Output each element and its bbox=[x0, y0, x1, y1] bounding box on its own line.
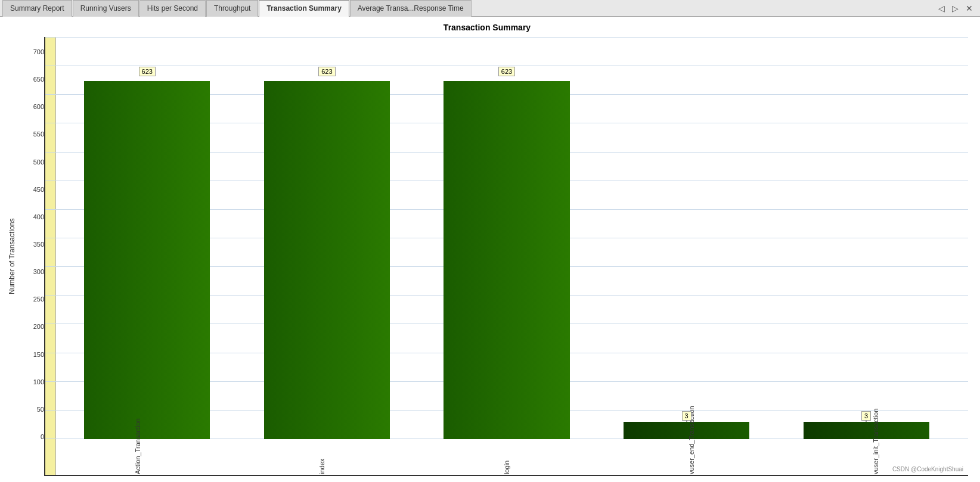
y-tick-550: 550 bbox=[20, 131, 44, 138]
x-label-login: login bbox=[503, 441, 510, 474]
y-tick-350: 350 bbox=[20, 241, 44, 248]
bar-group-login: 623 bbox=[417, 37, 597, 439]
x-label-index: index bbox=[318, 441, 325, 474]
tab-transaction-summary[interactable]: Transaction Summary bbox=[259, 0, 349, 17]
x-label-slot-login: login bbox=[414, 439, 599, 475]
chart-area: Transaction Summary Number of Transactio… bbox=[0, 17, 980, 482]
y-tick-250: 250 bbox=[20, 296, 44, 303]
y-tick-400: 400 bbox=[20, 214, 44, 220]
y-tick-50: 50 bbox=[20, 406, 44, 413]
plot-area: 623 623 bbox=[44, 37, 968, 476]
bar-section: 623 623 bbox=[45, 37, 968, 439]
y-tick-500: 500 bbox=[20, 159, 44, 166]
tab-average-transaction-response-time[interactable]: Average Transa...Response Time bbox=[350, 0, 472, 17]
bar-3d-vuser-end-transaction bbox=[624, 422, 749, 439]
x-axis-labels: Action_Transaction index login vuser_end… bbox=[45, 439, 968, 475]
tab-close-button[interactable]: ✕ bbox=[963, 2, 975, 14]
bar-3d-action-transaction bbox=[84, 81, 210, 439]
bar-label-action-transaction: 623 bbox=[139, 67, 156, 76]
tab-prev-button[interactable]: ◁ bbox=[936, 2, 947, 14]
tab-running-vusers[interactable]: Running Vusers bbox=[73, 0, 139, 17]
tab-bar: Summary Report Running Vusers Hits per S… bbox=[0, 0, 980, 17]
bar-front-index bbox=[264, 81, 390, 439]
y-tick-700: 700 bbox=[20, 49, 44, 55]
y-tick-100: 100 bbox=[20, 379, 44, 385]
tab-summary-report[interactable]: Summary Report bbox=[2, 0, 72, 17]
y-tick-0: 0 bbox=[20, 434, 44, 440]
bar-3d-index bbox=[264, 81, 390, 439]
bar-front-vuser-end-transaction bbox=[624, 422, 749, 439]
chart-title: Transaction Summary bbox=[444, 23, 531, 32]
tab-nav-controls: ◁ ▷ ✕ bbox=[936, 2, 978, 14]
watermark: CSDN @CodeKnightShuai bbox=[892, 466, 963, 472]
bar-group-vuser-end-transaction: 3 bbox=[597, 37, 777, 439]
y-axis-label: Number of Transactions bbox=[6, 37, 18, 476]
bar-group-index: 623 bbox=[237, 37, 417, 439]
y-axis: 0 50 100 150 200 250 300 350 400 450 500… bbox=[20, 37, 44, 476]
y-tick-200: 200 bbox=[20, 324, 44, 330]
bar-label-vuser-init-transaction: 3 bbox=[861, 411, 871, 421]
bar-group-vuser-init-transaction: 3 bbox=[776, 37, 956, 439]
tab-next-button[interactable]: ▷ bbox=[950, 2, 961, 14]
bar-3d-vuser-init-transaction bbox=[804, 422, 929, 439]
y-tick-650: 650 bbox=[20, 76, 44, 83]
x-label-action-transaction: Action_Transaction bbox=[134, 441, 141, 474]
x-label-slot-vuser-end: vuser_end_Transaction bbox=[599, 439, 784, 475]
x-label-vuser-init-transaction: vuser_init_Transaction bbox=[872, 441, 879, 474]
x-label-slot-index: index bbox=[230, 439, 415, 475]
tab-throughput[interactable]: Throughput bbox=[206, 0, 258, 17]
bar-group-action-transaction: 623 bbox=[57, 37, 237, 439]
tab-hits-per-second[interactable]: Hits per Second bbox=[139, 0, 206, 17]
bar-front-action-transaction bbox=[84, 81, 210, 439]
bar-label-vuser-end-transaction: 3 bbox=[682, 411, 691, 421]
bar-label-login: 623 bbox=[498, 67, 515, 76]
y-tick-450: 450 bbox=[20, 186, 44, 193]
bar-label-index: 623 bbox=[318, 67, 335, 76]
y-tick-150: 150 bbox=[20, 352, 44, 358]
bar-front-vuser-init-transaction bbox=[804, 422, 929, 439]
x-label-vuser-end-transaction: vuser_end_Transaction bbox=[688, 441, 695, 474]
bar-3d-login bbox=[444, 81, 569, 439]
y-tick-300: 300 bbox=[20, 269, 44, 275]
bar-front-login bbox=[444, 81, 569, 439]
chart-wrapper: Number of Transactions 0 50 100 150 200 … bbox=[6, 37, 968, 476]
y-tick-600: 600 bbox=[20, 104, 44, 110]
x-label-slot-action-transaction: Action_Transaction bbox=[45, 439, 230, 475]
bar-groups: 623 623 bbox=[57, 37, 956, 439]
